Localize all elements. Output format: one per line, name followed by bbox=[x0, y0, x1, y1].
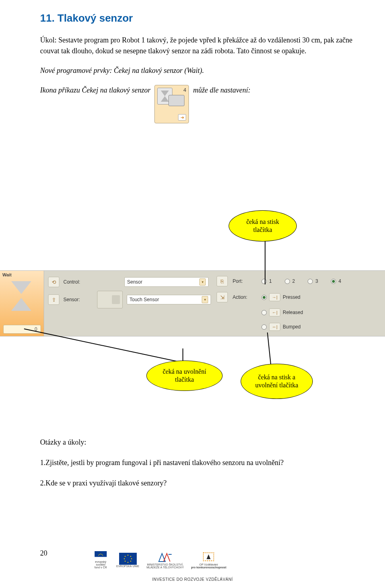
svg-point-4 bbox=[98, 555, 99, 556]
esf-line2: sociální bbox=[96, 563, 105, 566]
callout-pointer bbox=[267, 332, 271, 364]
action-released[interactable]: ←| Released bbox=[261, 308, 303, 316]
wait-block-port: 4 bbox=[183, 86, 186, 94]
svg-rect-6 bbox=[119, 553, 137, 565]
action-bumped-row: ↔| Bumped bbox=[217, 321, 301, 332]
wait-block-icon: 4 ➜ bbox=[154, 85, 189, 123]
sensor-row-icon: ⇧ bbox=[48, 294, 59, 305]
task-paragraph: Úkol: Sestavte program pro Robot 1 takov… bbox=[40, 35, 361, 56]
port-2-label: 2 bbox=[292, 278, 295, 284]
esf-logo: evropský sociální fond v ČR bbox=[92, 551, 109, 569]
sensor-value: Touch Sensor bbox=[130, 297, 159, 302]
eu-label: EVROPSKÁ UNIE bbox=[116, 565, 139, 568]
msmt-line2: MLÁDEŽE A TĚLOVÝCHOVY bbox=[146, 566, 184, 569]
op-line2: pro konkurenceschopnost bbox=[191, 566, 226, 569]
action-bumped[interactable]: ↔| Bumped bbox=[261, 323, 301, 331]
pressed-icon: →| bbox=[269, 293, 280, 301]
chevron-down-icon: ▾ bbox=[202, 296, 208, 303]
sensor-label: Sensor: bbox=[63, 297, 88, 302]
counter-field[interactable]: 0 bbox=[3, 325, 41, 334]
control-value: Sensor bbox=[127, 279, 142, 285]
bumped-icon: ↔| bbox=[269, 323, 280, 331]
port-4[interactable]: 4 bbox=[331, 278, 341, 284]
op-line1: OP Vzdělávání bbox=[199, 563, 218, 566]
panel-left: Wait 0 bbox=[0, 271, 44, 336]
callout-bumped: čeká na stisk a uvolnění tlačítka bbox=[241, 364, 313, 399]
port-1-label: 1 bbox=[269, 278, 272, 284]
eu-logo: EVROPSKÁ UNIE bbox=[116, 551, 139, 569]
port-3-label: 3 bbox=[315, 278, 318, 284]
action-icon: ⇲ bbox=[217, 292, 228, 302]
svg-point-12 bbox=[130, 556, 131, 556]
esf-line1: evropský bbox=[95, 560, 106, 563]
hourglass-icon bbox=[9, 281, 34, 311]
action-label: Action: bbox=[233, 294, 257, 300]
svg-marker-16 bbox=[207, 554, 211, 559]
question-2: 2.Kde se v praxi využívají tlakové senzo… bbox=[40, 477, 345, 489]
svg-point-7 bbox=[127, 554, 128, 555]
wait-label: Wait bbox=[2, 272, 12, 277]
svg-point-9 bbox=[124, 558, 124, 559]
action-released-row: ←| Released bbox=[217, 307, 303, 318]
released-icon: ←| bbox=[269, 308, 280, 316]
control-icon: ⟲ bbox=[48, 277, 59, 287]
op-logo: OP Vzdělávání pro konkurenceschopnost bbox=[191, 551, 226, 569]
questions-block: Otázky a úkoly: 1.Zjistěte, jestli by pr… bbox=[40, 437, 345, 497]
control-dropdown[interactable]: Sensor ▾ bbox=[124, 277, 209, 287]
sensor-row: ⇧ Sensor: Touch Sensor ▾ bbox=[48, 293, 211, 306]
action-pressed[interactable]: →| Pressed bbox=[261, 293, 300, 301]
msmt-line1: MINISTERSTVO ŠKOLSTVÍ, bbox=[147, 563, 183, 566]
port-row: ⎘ Port: 1 2 3 4 bbox=[217, 276, 341, 287]
icon-sentence: Ikona příkazu Čekej na tlakový senzor 4 … bbox=[40, 85, 361, 123]
svg-point-1 bbox=[100, 554, 101, 554]
svg-point-5 bbox=[102, 555, 103, 556]
nxt-config-panel: Wait 0 ⟲ Control: Sensor ▾ ⇧ Sensor: Tou… bbox=[0, 270, 385, 336]
action-released-label: Released bbox=[283, 310, 303, 315]
svg-point-13 bbox=[124, 560, 125, 561]
questions-heading: Otázky a úkoly: bbox=[40, 437, 345, 448]
callout-pointer bbox=[265, 240, 265, 284]
chevron-down-icon: ▾ bbox=[199, 278, 206, 286]
arrow-icon: ➜ bbox=[178, 114, 186, 121]
touch-sensor-icon bbox=[168, 95, 184, 106]
callout-pressed: čeká na stisk tlačítka bbox=[229, 210, 297, 242]
footer-logos: evropský sociální fond v ČR EVROPSKÁ UNI… bbox=[92, 547, 293, 573]
callout-released: čeká na uvolnění tlačítka bbox=[146, 360, 223, 391]
action-bumped-label: Bumped bbox=[283, 324, 301, 330]
port-group: 1 2 3 4 bbox=[261, 278, 341, 284]
port-1[interactable]: 1 bbox=[261, 278, 272, 284]
control-label: Control: bbox=[63, 279, 88, 285]
action-row: ⇲ Action: →| Pressed bbox=[217, 292, 300, 303]
panel-right: ⎘ Port: 1 2 3 4 ⇲ Action: →| Pressed ←| bbox=[217, 271, 381, 336]
svg-point-14 bbox=[130, 560, 131, 561]
svg-point-2 bbox=[99, 554, 100, 555]
action-pressed-label: Pressed bbox=[283, 294, 300, 300]
new-elements-paragraph: Nové programové prvky: Čekej na tlakový … bbox=[40, 65, 361, 76]
esf-line3: fond v ČR bbox=[94, 566, 107, 569]
svg-point-11 bbox=[124, 556, 125, 556]
inline-before: Ikona příkazu Čekej na tlakový senzor bbox=[40, 85, 150, 96]
svg-point-3 bbox=[101, 554, 102, 555]
touch-sensor-icon bbox=[97, 291, 123, 308]
question-1: 1.Zjistěte, jestli by program fungoval i… bbox=[40, 457, 345, 469]
sensor-dropdown[interactable]: Touch Sensor ▾ bbox=[127, 295, 211, 304]
port-2[interactable]: 2 bbox=[285, 278, 295, 284]
inline-after: může dle nastavení: bbox=[193, 85, 250, 96]
page-number: 20 bbox=[40, 549, 47, 558]
port-4-label: 4 bbox=[338, 278, 341, 284]
port-label: Port: bbox=[233, 278, 257, 284]
page-title: 11. Tlakový senzor bbox=[40, 12, 361, 24]
control-row: ⟲ Control: Sensor ▾ bbox=[48, 276, 209, 288]
svg-point-10 bbox=[131, 558, 132, 559]
svg-point-8 bbox=[127, 562, 128, 562]
footer-tagline: INVESTICE DO ROZVOJE VZDĚLÁVÁNÍ bbox=[0, 577, 385, 582]
port-icon: ⎘ bbox=[217, 276, 228, 286]
msmt-logo: MINISTERSTVO ŠKOLSTVÍ, MLÁDEŽE A TĚLOVÝC… bbox=[146, 551, 184, 569]
port-3[interactable]: 3 bbox=[308, 278, 318, 284]
